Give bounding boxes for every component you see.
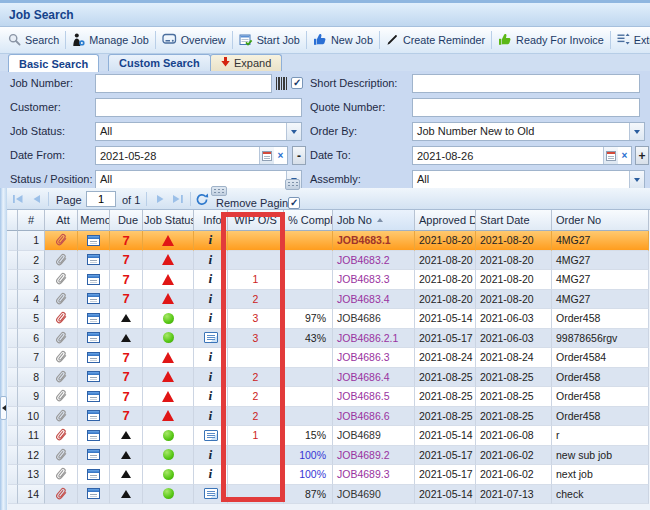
overview-button[interactable]: Overview: [156, 29, 232, 51]
job-no-cell: JOB4690: [333, 485, 415, 505]
column-header-start-date[interactable]: Start Date: [476, 210, 552, 231]
red-triangle-icon: [162, 235, 174, 246]
job-no-cell: JOB4683.4: [333, 290, 415, 310]
remove-paging-checkbox[interactable]: [288, 197, 300, 209]
column-header-att[interactable]: Att: [45, 210, 78, 231]
row-number: 12: [18, 446, 45, 466]
start-date-cell: 2021-08-25: [476, 407, 552, 427]
row-number: 3: [18, 270, 45, 290]
splitter-collapse-handle[interactable]: [0, 396, 7, 420]
table-row[interactable]: 11115%JOB46892021-05-142021-06-08r: [8, 426, 649, 446]
order-by-select[interactable]: Job Number New to Old: [412, 122, 645, 141]
start-date-cell: 2021-08-25: [476, 387, 552, 407]
order-no-cell: Order458: [552, 309, 649, 329]
table-row[interactable]: 13i100%JOB4689.32021-05-172021-06-02next…: [8, 465, 649, 485]
paperclip-gray: [52, 329, 69, 347]
remove-paging-label: Remove Paging:: [216, 197, 297, 209]
start-date-cell: 2021-06-08: [476, 426, 552, 446]
order-no-cell: new sub job: [552, 446, 649, 466]
first-page-button[interactable]: [10, 191, 26, 207]
due-cell: 7: [110, 290, 143, 310]
column-header-order-no[interactable]: Order No: [552, 210, 649, 231]
row-indicator: [8, 231, 18, 251]
refresh-icon[interactable]: [194, 191, 210, 207]
column-header-due[interactable]: Due: [110, 210, 143, 231]
create-reminder-button[interactable]: Create Reminder: [380, 29, 491, 51]
table-row[interactable]: 37i1JOB4683.32021-08-202021-08-204MG27: [8, 270, 649, 290]
table-row[interactable]: 12i100%JOB4689.22021-05-172021-06-02new …: [8, 446, 649, 466]
short-description-input[interactable]: [412, 74, 640, 93]
barcode-icon[interactable]: [276, 77, 288, 90]
pct-complete-cell: 43%: [284, 329, 333, 349]
table-row[interactable]: 27iJOB4683.22021-08-202021-08-204MG27: [8, 251, 649, 271]
customization-grip-icon[interactable]: [285, 179, 300, 190]
tab-basic-search-label: Basic Search: [19, 58, 88, 70]
green-circle-icon: [163, 488, 174, 499]
table-row[interactable]: 17iJOB4683.12021-08-202021-08-204MG27: [8, 231, 649, 251]
memo-cell: [78, 348, 110, 368]
status-position-select[interactable]: All: [95, 170, 302, 189]
table-row[interactable]: 1487%JOB46902021-05-142021-07-13check: [8, 485, 649, 505]
customer-input[interactable]: [95, 98, 302, 117]
date-from-input[interactable]: 2021-05-28 ×: [95, 146, 288, 165]
search-button[interactable]: Search: [2, 29, 65, 51]
quote-number-input[interactable]: [412, 98, 640, 117]
table-row[interactable]: 87i2JOB4686.42021-08-252021-08-25Order45…: [8, 368, 649, 388]
tab-custom-search[interactable]: Custom Search: [108, 54, 211, 71]
column-header-wip-os[interactable]: WIP O/S: [228, 210, 284, 231]
job-number-checkbox[interactable]: [291, 77, 303, 89]
page-number-input[interactable]: [86, 191, 116, 207]
black-triangle-icon: [121, 314, 131, 322]
drag-grip-icon[interactable]: [211, 186, 227, 196]
column-header-memo[interactable]: Memo: [78, 210, 110, 231]
order-no-cell: r: [552, 426, 649, 446]
order-by-value: Job Number New to Old: [413, 123, 629, 140]
column-header-num[interactable]: #: [18, 210, 45, 231]
tab-expand[interactable]: Expand: [210, 54, 282, 71]
manage-job-button[interactable]: Manage Job: [66, 29, 154, 51]
wip-os-cell: 2: [228, 290, 284, 310]
paperclip-gray: [52, 387, 69, 405]
table-row[interactable]: 77iJOB4686.32021-08-242021-08-24Order458…: [8, 348, 649, 368]
table-row[interactable]: 97i2JOB4686.52021-08-252021-08-25Order45…: [8, 387, 649, 407]
column-header-job-no[interactable]: Job No: [333, 210, 415, 231]
job-status-select[interactable]: All: [95, 122, 302, 141]
calendar-icon[interactable]: [603, 147, 618, 164]
last-page-button[interactable]: [170, 191, 186, 207]
next-page-button[interactable]: [152, 191, 168, 207]
new-job-button[interactable]: New Job: [307, 29, 379, 51]
clear-date-icon[interactable]: ×: [274, 147, 287, 164]
column-header-info[interactable]: Info: [194, 210, 228, 231]
paperclip-red: [52, 485, 69, 503]
clear-date-icon[interactable]: ×: [618, 147, 631, 164]
wip-os-cell: [228, 231, 284, 251]
ready-for-invoice-button[interactable]: Ready For Invoice: [492, 29, 610, 51]
paperclip-gray: [52, 465, 69, 483]
memo-icon: [87, 235, 100, 246]
column-header-job-status[interactable]: Job Status: [143, 210, 194, 231]
table-row[interactable]: 5i397%JOB46862021-05-142021-06-03Order45…: [8, 309, 649, 329]
attachment-cell: [45, 348, 78, 368]
date-from-minus-button[interactable]: -: [292, 146, 306, 165]
assembly-label: Assembly:: [310, 173, 361, 185]
start-date-cell: 2021-08-20: [476, 290, 552, 310]
assembly-select[interactable]: All: [412, 170, 645, 189]
table-row[interactable]: 107i2JOB4686.62021-08-252021-08-25Order4…: [8, 407, 649, 427]
column-header-approved-date[interactable]: Approved Dat: [415, 210, 476, 231]
extras-button[interactable]: Extras: [611, 29, 650, 51]
date-to-plus-button[interactable]: +: [635, 146, 649, 165]
due-cell: 7: [110, 251, 143, 271]
table-row[interactable]: 47i2JOB4683.42021-08-202021-08-204MG27: [8, 290, 649, 310]
date-to-input[interactable]: 2021-08-26 ×: [412, 146, 632, 165]
calendar-icon[interactable]: [259, 147, 274, 164]
job-status-value: All: [96, 123, 286, 140]
note-icon: [204, 332, 218, 343]
start-job-calendar-icon: [239, 33, 253, 48]
row-number: 9: [18, 387, 45, 407]
table-row[interactable]: 6343%JOB4686.2.12021-05-172021-06-039987…: [8, 329, 649, 349]
job-number-input[interactable]: [95, 74, 272, 93]
tab-basic-search[interactable]: Basic Search: [8, 54, 99, 72]
previous-page-button[interactable]: [28, 191, 44, 207]
column-header-pct-complete[interactable]: % Complete: [284, 210, 333, 231]
start-job-button[interactable]: Start Job: [233, 29, 306, 51]
